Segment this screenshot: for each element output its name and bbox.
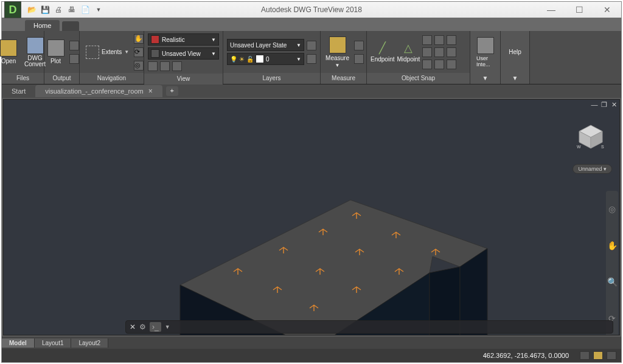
wrench-icon[interactable]: ⚙	[139, 323, 146, 331]
command-line[interactable]: ✕ ⚙ ›_ ▼	[125, 320, 613, 334]
view-swatch-icon	[151, 49, 159, 58]
insertion-snap-icon[interactable]	[447, 47, 456, 57]
panel-navigation: Extents ▼ ✋ ⟳ ◎ Navigation	[80, 31, 144, 84]
tab-addins[interactable]	[62, 21, 79, 31]
quick-id-icon[interactable]	[354, 54, 364, 64]
named-view-dropdown[interactable]: Unsaved View ▼	[148, 47, 219, 60]
intersection-snap-icon[interactable]	[422, 47, 432, 57]
tab-model[interactable]: Model	[2, 338, 35, 348]
zoom-tool-icon[interactable]: 🔍	[607, 277, 618, 287]
chevron-down-icon: ▼	[296, 57, 301, 62]
chevron-down-icon: ▼	[296, 43, 301, 48]
preview-icon[interactable]	[69, 54, 79, 64]
steering-wheel-icon[interactable]: ◎	[134, 61, 144, 70]
convert-label: DWGConvert	[24, 55, 46, 67]
new-tab-button[interactable]: +	[166, 86, 178, 96]
help-button[interactable]: Help	[506, 47, 524, 57]
nearest-snap-icon[interactable]	[447, 60, 456, 69]
open-label: Open	[1, 58, 16, 64]
orbit-icon[interactable]: ⟳	[134, 47, 144, 57]
plot-icon[interactable]: 🖨	[53, 4, 64, 15]
customize-icon[interactable]	[580, 351, 590, 360]
layer-color-swatch	[256, 55, 264, 63]
viewport-two-icon[interactable]	[160, 61, 170, 71]
panel-files-title: Files	[2, 73, 44, 84]
view-name-label[interactable]: Unnamed ▾	[573, 164, 612, 174]
file-tab-active[interactable]: visualization_-_conference_room	[35, 85, 162, 97]
open-icon[interactable]: 📂	[26, 4, 37, 15]
file-tab-start[interactable]: Start	[2, 86, 35, 97]
viewcube[interactable]: W S	[577, 123, 605, 151]
layer-isolate-icon[interactable]	[307, 54, 316, 64]
vp-minimize-button[interactable]: —	[590, 101, 599, 109]
steering-wheel-icon[interactable]: ◎	[608, 204, 616, 214]
viewport-controls: — ❐ ✕	[590, 101, 618, 109]
viewport-three-icon[interactable]	[172, 61, 182, 71]
quick-area-icon[interactable]	[354, 41, 364, 50]
navigation-bar[interactable]: ◎ ✋ 🔍 ⟳ ▦	[606, 191, 618, 335]
pan-icon[interactable]: ✋	[134, 34, 144, 44]
close-button[interactable]: ✕	[593, 2, 621, 18]
app-menu-button[interactable]: D	[4, 1, 21, 18]
3d-model: Z X Y	[131, 179, 509, 335]
midpoint-label: Midpoint	[397, 56, 420, 63]
plot-button[interactable]: Plot	[45, 38, 67, 66]
perpendicular-snap-icon[interactable]	[422, 60, 432, 69]
tab-layout2[interactable]: Layout2	[71, 338, 108, 348]
clean-screen-icon[interactable]	[607, 351, 616, 360]
close-cmd-icon[interactable]: ✕	[130, 323, 136, 331]
status-bar: 462.3692, -216.4673, 0.0000	[2, 349, 621, 362]
sheet-icon[interactable]: 📄	[80, 4, 91, 15]
vp-restore-button[interactable]: ❐	[600, 101, 608, 109]
minimize-button[interactable]: —	[537, 2, 565, 18]
ribbon-tab-row: Home	[2, 18, 621, 31]
print-icon[interactable]: 🖶	[66, 4, 77, 15]
batch-plot-icon[interactable]	[69, 41, 79, 50]
titlebar: D 📂 💾 🖨 🖶 📄 ▼ Autodesk DWG TrueView 2018…	[2, 2, 621, 18]
panel-measure: Measure ▼ Measure	[321, 31, 367, 84]
midpoint-button[interactable]: △ Midpoint	[397, 41, 420, 63]
app-window: D 📂 💾 🖨 🖶 📄 ▼ Autodesk DWG TrueView 2018…	[1, 1, 622, 363]
panel-layers: Unsaved Layer State ▼ 💡 ☀ 🔓 0 ▼	[223, 31, 321, 84]
tangent-snap-icon[interactable]	[434, 60, 444, 69]
panel-help-title: ▼	[501, 73, 529, 84]
isodraft-icon[interactable]	[593, 351, 603, 360]
maximize-button[interactable]: ☐	[565, 2, 593, 18]
endpoint-icon: ╱	[379, 41, 386, 55]
tab-home[interactable]: Home	[25, 20, 60, 31]
open-button[interactable]: Open	[0, 38, 19, 66]
vp-close-button[interactable]: ✕	[610, 101, 618, 109]
panel-view-title: View	[144, 74, 223, 84]
panel-user-interface: User Inte... ▼	[470, 31, 501, 84]
save-icon[interactable]: 💾	[40, 4, 50, 15]
tab-layout1[interactable]: Layout1	[35, 338, 72, 348]
zoom-extents-icon	[86, 46, 99, 59]
node-snap-icon[interactable]	[434, 35, 444, 45]
qat-dropdown-icon[interactable]: ▼	[93, 4, 104, 15]
user-interface-button[interactable]: User Inte...	[474, 36, 496, 69]
window-controls: — ☐ ✕	[537, 2, 621, 18]
viewport[interactable]: — ❐ ✕ W S Unnamed ▾ ◎ ✋ 🔍 ⟳ ▦	[3, 99, 620, 335]
panel-layers-title: Layers	[223, 73, 320, 84]
viewport-config-row	[148, 61, 219, 71]
layer-name: 0	[266, 56, 270, 63]
endpoint-button[interactable]: ╱ Endpoint	[371, 41, 394, 63]
extents-button[interactable]: Extents ▼	[83, 44, 131, 60]
center-snap-icon[interactable]	[422, 35, 432, 45]
realistic-swatch-icon	[151, 35, 159, 44]
panel-measure-title: Measure	[321, 73, 366, 84]
visual-style-dropdown[interactable]: Realistic ▼	[148, 33, 219, 46]
layer-properties-icon[interactable]	[307, 41, 316, 50]
layer-state-dropdown[interactable]: Unsaved Layer State ▼	[227, 39, 304, 51]
extension-snap-icon[interactable]	[434, 47, 444, 57]
svg-text:S: S	[601, 145, 604, 149]
svg-text:W: W	[577, 145, 581, 149]
cmd-chevron-icon[interactable]: ▼	[165, 324, 170, 330]
measure-button[interactable]: Measure ▼	[323, 35, 352, 69]
viewport-single-icon[interactable]	[148, 61, 158, 71]
panel-object-snap: ╱ Endpoint △ Midpoint	[367, 31, 470, 84]
current-layer-dropdown[interactable]: 💡 ☀ 🔓 0 ▼	[227, 53, 304, 65]
pan-tool-icon[interactable]: ✋	[607, 241, 618, 250]
quadrant-snap-icon[interactable]	[447, 35, 456, 45]
printer-icon	[47, 39, 64, 57]
